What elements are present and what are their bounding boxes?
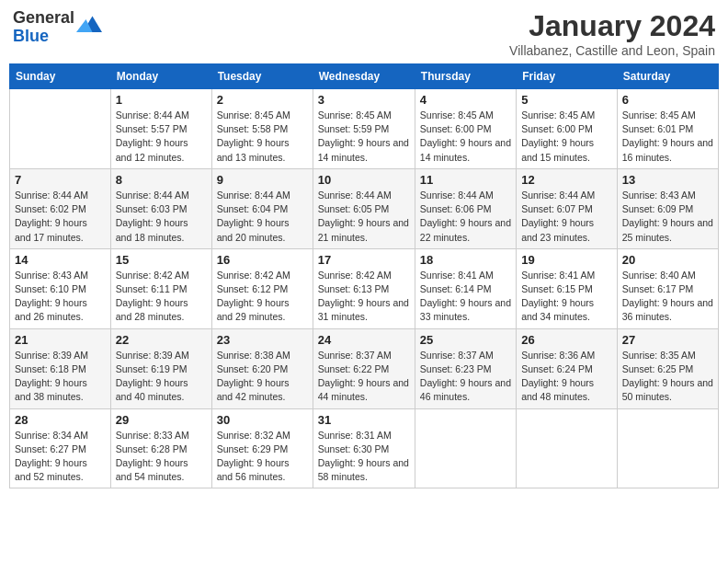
day-number: 16 (217, 253, 308, 267)
weekday-header-sunday: Sunday (10, 64, 111, 89)
day-info: Sunrise: 8:38 AMSunset: 6:20 PMDaylight:… (217, 349, 308, 405)
calendar-cell: 28Sunrise: 8:34 AMSunset: 6:27 PMDayligh… (10, 408, 111, 488)
day-info: Sunrise: 8:45 AMSunset: 6:01 PMDaylight:… (622, 109, 713, 165)
calendar-cell: 5Sunrise: 8:45 AMSunset: 6:00 PMDaylight… (517, 89, 618, 169)
day-info: Sunrise: 8:44 AMSunset: 6:02 PMDaylight:… (15, 189, 106, 245)
calendar-cell: 27Sunrise: 8:35 AMSunset: 6:25 PMDayligh… (617, 328, 718, 408)
calendar-week-5: 28Sunrise: 8:34 AMSunset: 6:27 PMDayligh… (10, 408, 719, 488)
calendar-week-1: 1Sunrise: 8:44 AMSunset: 5:57 PMDaylight… (10, 89, 719, 169)
calendar-cell: 1Sunrise: 8:44 AMSunset: 5:57 PMDaylight… (110, 89, 211, 169)
calendar-cell (517, 408, 618, 488)
calendar-cell: 13Sunrise: 8:43 AMSunset: 6:09 PMDayligh… (617, 168, 718, 248)
calendar-cell (415, 408, 516, 488)
day-info: Sunrise: 8:43 AMSunset: 6:09 PMDaylight:… (622, 189, 713, 245)
calendar-week-4: 21Sunrise: 8:39 AMSunset: 6:18 PMDayligh… (10, 328, 719, 408)
calendar-cell: 17Sunrise: 8:42 AMSunset: 6:13 PMDayligh… (313, 248, 415, 328)
day-number: 7 (15, 173, 106, 187)
day-number: 27 (622, 333, 713, 347)
calendar-cell: 15Sunrise: 8:42 AMSunset: 6:11 PMDayligh… (110, 248, 211, 328)
day-info: Sunrise: 8:31 AMSunset: 6:30 PMDaylight:… (318, 429, 410, 485)
calendar-cell: 12Sunrise: 8:44 AMSunset: 6:07 PMDayligh… (517, 168, 618, 248)
day-number: 3 (318, 93, 410, 107)
day-info: Sunrise: 8:39 AMSunset: 6:18 PMDaylight:… (15, 349, 106, 405)
weekday-header-tuesday: Tuesday (211, 64, 313, 89)
calendar-table: SundayMondayTuesdayWednesdayThursdayFrid… (9, 63, 719, 488)
calendar-cell: 14Sunrise: 8:43 AMSunset: 6:10 PMDayligh… (10, 248, 111, 328)
logo-icon (76, 13, 102, 39)
weekday-header-thursday: Thursday (415, 64, 516, 89)
calendar-cell (617, 408, 718, 488)
day-info: Sunrise: 8:37 AMSunset: 6:23 PMDaylight:… (420, 349, 511, 405)
day-number: 8 (116, 173, 207, 187)
calendar-cell: 6Sunrise: 8:45 AMSunset: 6:01 PMDaylight… (617, 89, 718, 169)
weekday-header-friday: Friday (517, 64, 618, 89)
day-info: Sunrise: 8:41 AMSunset: 6:14 PMDaylight:… (420, 269, 511, 325)
weekday-header-row: SundayMondayTuesdayWednesdayThursdayFrid… (10, 64, 719, 89)
calendar-cell: 20Sunrise: 8:40 AMSunset: 6:17 PMDayligh… (617, 248, 718, 328)
calendar-cell: 31Sunrise: 8:31 AMSunset: 6:30 PMDayligh… (313, 408, 415, 488)
day-info: Sunrise: 8:42 AMSunset: 6:13 PMDaylight:… (318, 269, 410, 325)
calendar-cell: 8Sunrise: 8:44 AMSunset: 6:03 PMDaylight… (110, 168, 211, 248)
title-block: January 2024 Villabanez, Castille and Le… (509, 9, 715, 58)
calendar-cell: 23Sunrise: 8:38 AMSunset: 6:20 PMDayligh… (211, 328, 313, 408)
day-number: 21 (15, 333, 106, 347)
day-number: 15 (116, 253, 207, 267)
calendar-cell (10, 89, 111, 169)
calendar-cell: 2Sunrise: 8:45 AMSunset: 5:58 PMDaylight… (211, 89, 313, 169)
day-info: Sunrise: 8:44 AMSunset: 5:57 PMDaylight:… (116, 109, 207, 165)
calendar-cell: 22Sunrise: 8:39 AMSunset: 6:19 PMDayligh… (110, 328, 211, 408)
calendar-cell: 16Sunrise: 8:42 AMSunset: 6:12 PMDayligh… (211, 248, 313, 328)
day-info: Sunrise: 8:43 AMSunset: 6:10 PMDaylight:… (15, 269, 106, 325)
day-info: Sunrise: 8:45 AMSunset: 5:58 PMDaylight:… (217, 109, 308, 165)
day-info: Sunrise: 8:40 AMSunset: 6:17 PMDaylight:… (622, 269, 713, 325)
calendar-cell: 19Sunrise: 8:41 AMSunset: 6:15 PMDayligh… (517, 248, 618, 328)
page-header: General Blue January 2024 Villabanez, Ca… (9, 9, 719, 58)
day-info: Sunrise: 8:36 AMSunset: 6:24 PMDaylight:… (521, 349, 612, 405)
calendar-week-3: 14Sunrise: 8:43 AMSunset: 6:10 PMDayligh… (10, 248, 719, 328)
day-number: 25 (420, 333, 511, 347)
day-info: Sunrise: 8:44 AMSunset: 6:04 PMDaylight:… (217, 189, 308, 245)
day-number: 17 (318, 253, 410, 267)
day-info: Sunrise: 8:42 AMSunset: 6:11 PMDaylight:… (116, 269, 207, 325)
calendar-cell: 9Sunrise: 8:44 AMSunset: 6:04 PMDaylight… (211, 168, 313, 248)
day-number: 13 (622, 173, 713, 187)
day-info: Sunrise: 8:37 AMSunset: 6:22 PMDaylight:… (318, 349, 410, 405)
calendar-cell: 10Sunrise: 8:44 AMSunset: 6:05 PMDayligh… (313, 168, 415, 248)
day-info: Sunrise: 8:32 AMSunset: 6:29 PMDaylight:… (217, 429, 308, 485)
calendar-week-2: 7Sunrise: 8:44 AMSunset: 6:02 PMDaylight… (10, 168, 719, 248)
calendar-body: 1Sunrise: 8:44 AMSunset: 5:57 PMDaylight… (10, 89, 719, 488)
logo-general-text: General (13, 8, 74, 27)
day-info: Sunrise: 8:35 AMSunset: 6:25 PMDaylight:… (622, 349, 713, 405)
day-number: 24 (318, 333, 410, 347)
weekday-header-monday: Monday (110, 64, 211, 89)
calendar-cell: 18Sunrise: 8:41 AMSunset: 6:14 PMDayligh… (415, 248, 516, 328)
day-number: 2 (217, 93, 308, 107)
weekday-header-saturday: Saturday (617, 64, 718, 89)
day-info: Sunrise: 8:42 AMSunset: 6:12 PMDaylight:… (217, 269, 308, 325)
calendar-cell: 3Sunrise: 8:45 AMSunset: 5:59 PMDaylight… (313, 89, 415, 169)
day-info: Sunrise: 8:39 AMSunset: 6:19 PMDaylight:… (116, 349, 207, 405)
day-number: 31 (318, 413, 410, 427)
day-number: 5 (521, 93, 612, 107)
calendar-cell: 24Sunrise: 8:37 AMSunset: 6:22 PMDayligh… (313, 328, 415, 408)
day-number: 20 (622, 253, 713, 267)
day-info: Sunrise: 8:44 AMSunset: 6:05 PMDaylight:… (318, 189, 410, 245)
day-info: Sunrise: 8:33 AMSunset: 6:28 PMDaylight:… (116, 429, 207, 485)
day-number: 4 (420, 93, 511, 107)
calendar-cell: 11Sunrise: 8:44 AMSunset: 6:06 PMDayligh… (415, 168, 516, 248)
calendar-cell: 25Sunrise: 8:37 AMSunset: 6:23 PMDayligh… (415, 328, 516, 408)
calendar-cell: 21Sunrise: 8:39 AMSunset: 6:18 PMDayligh… (10, 328, 111, 408)
location: Villabanez, Castille and Leon, Spain (509, 43, 715, 58)
day-info: Sunrise: 8:41 AMSunset: 6:15 PMDaylight:… (521, 269, 612, 325)
calendar-cell: 26Sunrise: 8:36 AMSunset: 6:24 PMDayligh… (517, 328, 618, 408)
day-info: Sunrise: 8:44 AMSunset: 6:03 PMDaylight:… (116, 189, 207, 245)
day-info: Sunrise: 8:45 AMSunset: 5:59 PMDaylight:… (318, 109, 410, 165)
logo-blue-text: Blue (13, 27, 49, 45)
day-number: 1 (116, 93, 207, 107)
day-number: 19 (521, 253, 612, 267)
day-number: 28 (15, 413, 106, 427)
day-number: 9 (217, 173, 308, 187)
day-number: 11 (420, 173, 511, 187)
day-info: Sunrise: 8:45 AMSunset: 6:00 PMDaylight:… (521, 109, 612, 165)
weekday-header-wednesday: Wednesday (313, 64, 415, 89)
